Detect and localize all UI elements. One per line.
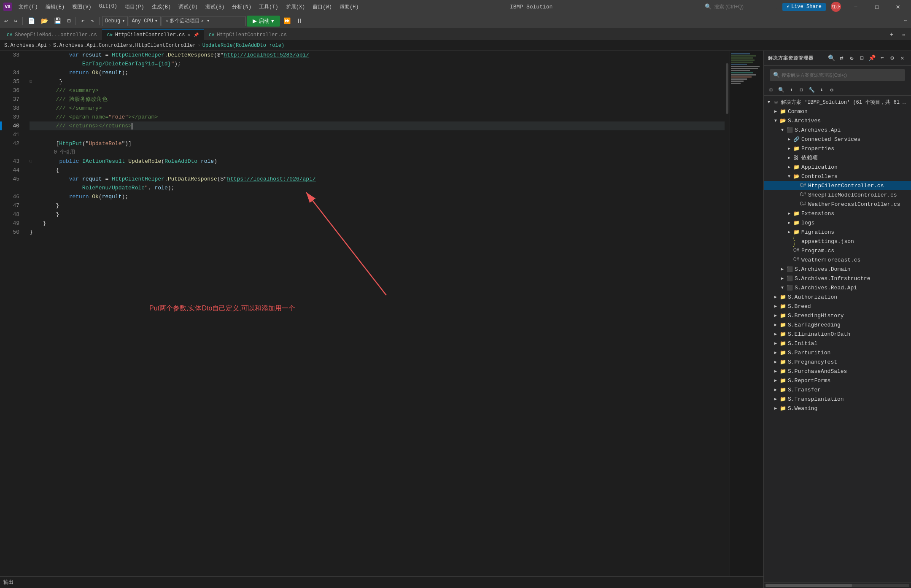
sidebar-arrow-btn[interactable]: ⬅ [878, 54, 887, 62]
toolbar-back[interactable]: ↩ [2, 15, 10, 27]
sidebar-collapse-btn[interactable]: ⊟ [858, 54, 866, 62]
tab-pin[interactable]: 📌 [194, 32, 199, 38]
breadcrumb-method[interactable]: UpdateRole(RoleAddDto role) [202, 43, 284, 49]
tab-close-2[interactable]: ✕ [187, 32, 190, 38]
search-input[interactable] [714, 4, 773, 10]
toolbar-step[interactable]: ⏩ [281, 15, 293, 27]
menu-debug[interactable]: 调试(D) [175, 3, 201, 11]
menu-build[interactable]: 生成(B) [148, 3, 175, 11]
tree-toolbar-btn-4[interactable]: ⊟ [797, 85, 806, 94]
new-tab-button[interactable]: + [886, 29, 898, 40]
menu-extensions[interactable]: 扩展(X) [283, 3, 309, 11]
editor-area[interactable]: 33 34 35 36 37 38 39 40 41 42 43 44 45 4… [0, 51, 763, 576]
tree-sreport[interactable]: ▶ 📁 S.ReportForms [764, 376, 911, 385]
tree-controllers[interactable]: ▼ 📂 Controllers [764, 172, 911, 181]
tree-sinitial[interactable]: ▶ 📁 S.Initial [764, 339, 911, 348]
sidebar-settings-btn[interactable]: ⚙ [888, 54, 897, 62]
sidebar-search-input[interactable] [782, 73, 902, 78]
tree-application[interactable]: ▶ 📁 Application [764, 162, 911, 172]
maximize-button[interactable]: ☐ [867, 0, 887, 13]
minimize-button[interactable]: － [846, 0, 865, 13]
tree-spart[interactable]: ▶ 📁 S.Parturition [764, 348, 911, 357]
menu-tools[interactable]: 工具(T) [256, 3, 282, 11]
sidebar-scroll-bar[interactable] [764, 583, 911, 588]
tree-sbreed[interactable]: ▶ 📁 S.Breed [764, 302, 911, 311]
toolbar-new[interactable]: 📄 [25, 15, 38, 27]
startup-project-dropdown[interactable]: ＜多个启动项目＞ ▾ [162, 16, 246, 26]
tree-stransfer[interactable]: ▶ 📁 S.Transfer [764, 385, 911, 394]
sidebar-pin-btn[interactable]: 📌 [868, 54, 876, 62]
menu-analyze[interactable]: 分析(N) [229, 3, 255, 11]
close-button[interactable]: ✕ [888, 0, 908, 13]
toolbar-open[interactable]: 📂 [38, 15, 51, 27]
sidebar-hscroll-thumb[interactable] [765, 584, 852, 587]
tab-httpclient-active[interactable]: C# HttpCilentController.cs ✕ 📌 [102, 29, 204, 40]
tree-stransp[interactable]: ▶ 📁 S.Transplantation [764, 394, 911, 404]
tree-sauth[interactable]: ▶ 📁 S.Authorization [764, 292, 911, 302]
tree-toolbar-btn-1[interactable]: ⊞ [766, 85, 776, 94]
tree-weatherforecast-cs[interactable]: C# WeatherForecast.cs [764, 255, 911, 264]
tree-appsettings[interactable]: { } appsettings.json [764, 237, 911, 246]
tree-sarchives-infr[interactable]: ▶ ⬛ S.Archives.Infrstructre [764, 274, 911, 283]
menu-git[interactable]: Git(G) [96, 3, 121, 11]
menu-view[interactable]: 视图(V) [69, 3, 95, 11]
tree-weather-cs[interactable]: C# WeatherForecastController.cs [764, 200, 911, 209]
editor-vertical-scrollbar[interactable] [725, 51, 730, 576]
sidebar-search-btn[interactable]: 🔍 [827, 54, 836, 62]
sidebar-close-btn[interactable]: ✕ [898, 54, 907, 62]
tree-sweaning[interactable]: ▶ 📁 S.Weaning [764, 404, 911, 413]
menu-test[interactable]: 测试(S) [202, 3, 228, 11]
tree-properties[interactable]: ▶ 📁 Properties [764, 144, 911, 153]
toolbar-undo[interactable]: ↶ [78, 15, 87, 27]
tree-sarchives-api[interactable]: ▼ ⬛ S.Archives.Api [764, 125, 911, 135]
toolbar-more[interactable]: ⋯ [901, 15, 909, 27]
search-box[interactable]: 🔍 [701, 3, 777, 11]
tree-deps[interactable]: ▶ ⛓ 依赖项 [764, 153, 911, 162]
tab-overflow-button[interactable]: ⋯ [898, 29, 909, 40]
menu-window[interactable]: 窗口(W) [309, 3, 335, 11]
user-avatar[interactable]: 红小 [831, 2, 841, 12]
tree-sheepfile-cs[interactable]: C# SheepFileModelController.cs [764, 190, 911, 200]
tree-selim[interactable]: ▶ 📁 S.EliminationOrDath [764, 329, 911, 339]
toolbar-forward[interactable]: ↪ [11, 15, 19, 27]
tree-toolbar-btn-5[interactable]: 🔧 [807, 85, 816, 94]
tree-sarchives-domain[interactable]: ▶ ⬛ S.Archives.Domain [764, 264, 911, 274]
run-button[interactable]: ▶ 启动 ▾ [247, 16, 280, 27]
scrollbar-thumb[interactable] [726, 63, 728, 114]
live-share-button[interactable]: ⚡ Live Share [782, 3, 826, 11]
tree-logs[interactable]: ▶ 📁 logs [764, 218, 911, 227]
tree-sbreedhistory[interactable]: ▶ 📁 S.BreedingHistory [764, 311, 911, 320]
code-editor[interactable]: var result = HttpClientHelper.DeleteResp… [23, 51, 725, 576]
toolbar-redo[interactable]: ↷ [88, 15, 97, 27]
tree-extensions[interactable]: ▶ 📁 Extensions [764, 209, 911, 218]
sidebar-hscroll[interactable] [765, 584, 909, 587]
breadcrumb-project[interactable]: S.Archives.Api [4, 43, 47, 49]
sidebar-sync-btn[interactable]: ⇄ [838, 54, 846, 62]
tree-connected-services[interactable]: ▶ 🔗 Connected Services [764, 135, 911, 144]
menu-file[interactable]: 文件(F) [15, 3, 41, 11]
sidebar-refresh-btn[interactable]: ↻ [848, 54, 856, 62]
menu-edit[interactable]: 编辑(E) [42, 3, 68, 11]
tab-sheepfile[interactable]: C# SheepFileMod...ontroller.cs [2, 29, 102, 40]
tree-toolbar-btn-7[interactable]: ⚙ [827, 85, 836, 94]
tree-httpclient-cs[interactable]: C# HttpCilentController.cs [764, 181, 911, 190]
tree-toolbar-btn-6[interactable]: ⬇ [817, 85, 826, 94]
tree-sarchives[interactable]: ▼ 📂 S.Archives [764, 116, 911, 125]
tree-common[interactable]: ▶ 📁 Common [764, 107, 911, 116]
platform-dropdown[interactable]: Any CPU ▾ [129, 16, 161, 26]
breadcrumb-namespace[interactable]: S.Archives.Api.Controllers.HttpCilentCon… [53, 43, 196, 49]
toolbar-pause[interactable]: ⏸ [294, 15, 305, 27]
tree-spurchase[interactable]: ▶ 📁 S.PurchaseAndSales [764, 367, 911, 376]
output-label[interactable]: 输出 [3, 579, 13, 586]
tree-migrations[interactable]: ▶ 📁 Migrations [764, 227, 911, 237]
menu-help[interactable]: 帮助(H) [336, 3, 362, 11]
tree-seartag[interactable]: ▶ 📁 S.EarTagBreeding [764, 320, 911, 329]
tree-root[interactable]: ▼ ⊞ 解决方案 'IBMP_Solution' (61 个项目，共 61 个) [764, 97, 911, 107]
tree-program-cs[interactable]: C# Program.cs [764, 246, 911, 255]
toolbar-save[interactable]: 💾 [51, 15, 64, 27]
toolbar-save-all[interactable]: ⊞ [65, 15, 73, 27]
tree-sarchives-read-api[interactable]: ▼ ⬛ S.Archives.Read.Api [764, 283, 911, 292]
tab-httpclient-2[interactable]: C# HttpCilentController.cs [204, 29, 292, 40]
tree-toolbar-btn-3[interactable]: ⬆ [787, 85, 796, 94]
tree-toolbar-btn-2[interactable]: 🔍 [776, 85, 786, 94]
